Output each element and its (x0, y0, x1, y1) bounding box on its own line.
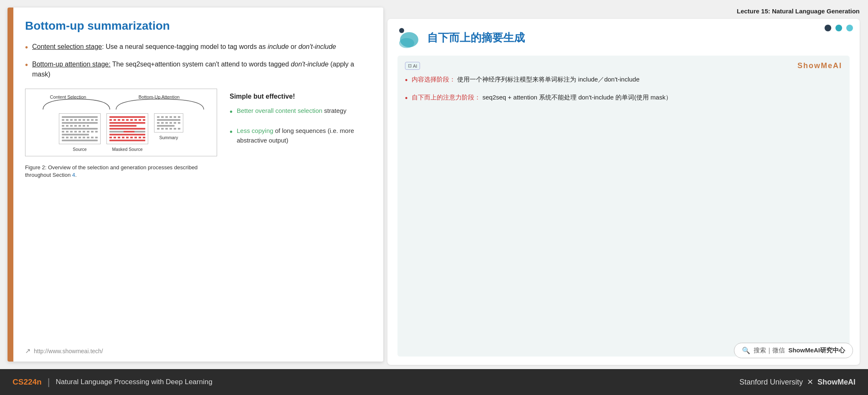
simple-bullet-2-text: Less copying of long sequences (i.e. mor… (237, 126, 368, 145)
bottom-bar: CS224n | Natural Language Processing wit… (0, 369, 868, 395)
source-label: Source (73, 147, 86, 152)
showmeai-bullet-1-text: 内容选择阶段： 使用一个神经序列标注模型来将单词标注为 include／don'… (412, 74, 639, 84)
search-brand: ShowMeAI研究中心 (788, 347, 845, 354)
bullet-2-underline: Bottom-up attention stage: (32, 61, 111, 68)
slide-bullets: Content selection stage: Use a neural se… (25, 42, 368, 79)
bottom-left: CS224n | Natural Language Processing wit… (13, 377, 213, 387)
dot-teal (835, 25, 842, 31)
svg-text:Bottom-Up Attention: Bottom-Up Attention (139, 95, 180, 99)
search-box[interactable]: 🔍 搜索｜微信 ShowMeAI研究中心 (734, 343, 853, 358)
svg-text:Content Selection: Content Selection (50, 95, 86, 99)
svg-point-4 (399, 38, 414, 48)
dots-row (825, 25, 853, 31)
simple-effective: Simple but effective! Better overall con… (230, 93, 368, 153)
masked-source-block: Masked Source (106, 113, 148, 152)
ai-badge-text: AI (413, 64, 417, 69)
card-icon (397, 27, 420, 48)
summary-doc (154, 113, 183, 133)
right-panel: Lecture 15: Natural Language Generation (383, 0, 868, 369)
green-text-2: Less copying (237, 127, 273, 134)
bottom-course: CS224n (13, 377, 42, 387)
masked-label: Masked Source (112, 147, 143, 152)
stanford-text: Stanford University (739, 378, 803, 387)
dot-teal-light (846, 25, 853, 31)
source-block: Source (59, 113, 101, 152)
cursor-icon: ↗ (25, 347, 30, 355)
slide-inner: Bottom-up summarization Content selectio… (13, 8, 383, 362)
footer-link: ↗ http://www.showmeai.tech/ (25, 347, 103, 355)
bracket-svg: Content Selection Bottom-Up Attention (30, 95, 212, 112)
slide-title: Bottom-up summarization (25, 19, 368, 33)
bullet-1-text: Content selection stage: Use a neural se… (32, 42, 336, 52)
masked-doc (106, 113, 148, 144)
summary-label: Summary (159, 135, 178, 140)
bullet-1-underline: Content selection stage (32, 43, 102, 50)
bottom-divider: | (48, 377, 50, 387)
showmeai-brand: ShowMeAI (797, 61, 842, 70)
showmeai-bullet-1: 内容选择阶段： 使用一个神经序列标注模型来将单词标注为 include／don'… (405, 74, 842, 87)
search-text: 搜索｜微信 (754, 347, 785, 354)
bullet-2: Bottom-up attention stage: The seq2seq+a… (25, 59, 368, 79)
figure-number: 4 (72, 172, 75, 178)
simple-bullets: Better overall content selection strateg… (230, 106, 368, 145)
card-title: 自下而上的摘要生成 (427, 31, 525, 45)
lecture-header: Lecture 15: Natural Language Generation (387, 4, 860, 19)
showmeai-bullet-1-label: 内容选择阶段： (412, 76, 456, 83)
dot-dark (825, 25, 831, 31)
figure-caption: Figure 2: Overview of the selection and … (25, 164, 217, 179)
slide-left-bar (8, 8, 13, 362)
search-icon: 🔍 (742, 347, 750, 354)
showmeai-bullets: 内容选择阶段： 使用一个神经序列标注模型来将单词标注为 include／don'… (405, 74, 842, 104)
bullet-1: Content selection stage: Use a neural se… (25, 42, 368, 54)
showmeai-bullet-2-label: 自下而上的注意力阶段： (412, 94, 481, 101)
wave-icon (397, 27, 420, 48)
figure-diagrams: Source (30, 113, 212, 152)
svg-point-2 (399, 28, 404, 33)
showmeai-bullet-2: 自下而上的注意力阶段： seq2seq + attention 系统不能处理 d… (405, 92, 842, 104)
figure-box: Content Selection Bottom-Up Attention (25, 89, 217, 156)
footer-url: http://www.showmeai.tech/ (34, 348, 103, 354)
showmeai-footer-name: ShowMeAI (817, 378, 855, 387)
simple-effective-title: Simple but effective! (230, 93, 368, 100)
showmeai-box: ⊡ AI ShowMeAI 内容选择阶段： 使用一个神经序列标注模型来将单词标注… (397, 56, 850, 357)
bullet-2-text: Bottom-up attention stage: The seq2seq+a… (32, 59, 368, 79)
ai-badge-icon: ⊡ (408, 63, 412, 69)
simple-bullet-1: Better overall content selection strateg… (230, 106, 368, 118)
right-card: 自下而上的摘要生成 ⊡ AI ShowMeAI 内容选择阶段： 使用一个神经序列… (387, 19, 860, 365)
x-mark: ✕ (807, 377, 813, 387)
showmeai-bullet-2-text: 自下而上的注意力阶段： seq2seq + attention 系统不能处理 d… (412, 92, 672, 102)
card-header: 自下而上的摘要生成 (397, 27, 850, 48)
summary-block: Summary (154, 113, 183, 140)
slide-panel: Bottom-up summarization Content selectio… (8, 8, 383, 362)
bottom-right: Stanford University ✕ ShowMeAI (739, 377, 855, 387)
bottom-description: Natural Language Processing with Deep Le… (56, 378, 212, 386)
ai-badge: ⊡ AI (405, 62, 420, 70)
source-doc (59, 113, 101, 144)
simple-bullet-2: Less copying of long sequences (i.e. mor… (230, 126, 368, 145)
simple-bullet-1-text: Better overall content selection strateg… (237, 106, 347, 116)
showmeai-header: ⊡ AI ShowMeAI (405, 61, 842, 70)
green-text-1: Better overall content selection (237, 107, 322, 114)
